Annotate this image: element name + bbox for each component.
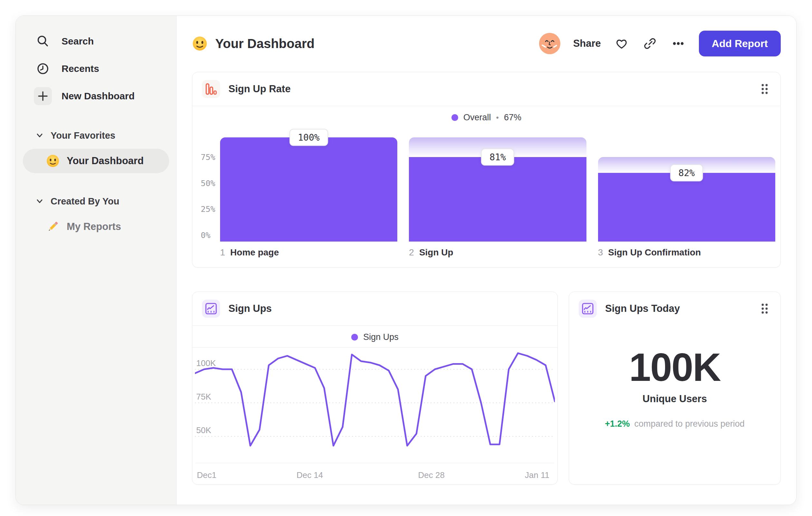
sidebar-item-my-reports[interactable]: My Reports <box>23 214 169 239</box>
funnel-converted-segment <box>598 173 775 242</box>
funnel-value-tooltip: 100% <box>289 129 328 146</box>
funnel-y-tick: 50% <box>201 179 215 188</box>
bar-chart-icon <box>202 80 220 98</box>
card-header: Sign Up Rate <box>192 72 780 106</box>
card-title: Sign Up Rate <box>228 83 750 95</box>
section-header-label: Your Favorites <box>51 130 115 141</box>
line-x-tick: Dec1 <box>197 470 216 480</box>
chevron-down-icon <box>36 197 44 205</box>
funnel-y-tick: 25% <box>201 205 215 214</box>
legend-dot <box>351 334 358 341</box>
favorites-section-header[interactable]: Your Favorites <box>16 127 176 143</box>
metric-body: 100K Unique Users +1.2% compared to prev… <box>569 325 780 484</box>
page-title: Your Dashboard <box>192 36 315 51</box>
card-title: Sign Ups <box>228 303 548 315</box>
delta-value: +1.2% <box>605 419 630 429</box>
sign-ups-card: Sign Ups Sign Ups 100K75K50K Dec1Dec 14D… <box>192 292 558 485</box>
card-header: Sign Ups Today <box>569 292 780 325</box>
drag-handle-icon[interactable] <box>758 81 771 97</box>
clock-icon <box>34 60 52 78</box>
search-icon <box>34 32 52 50</box>
legend-label: Sign Ups <box>363 332 399 342</box>
funnel-y-tick: 75% <box>201 153 215 162</box>
user-avatar[interactable] <box>539 33 560 54</box>
legend-dot <box>452 114 458 121</box>
funnel-step-label: 3Sign Up Confirmation <box>598 247 775 258</box>
plus-icon <box>34 87 52 105</box>
sidebar-item-label: My Reports <box>67 221 121 233</box>
card-title: Sign Ups Today <box>605 303 750 315</box>
funnel-bar-step-3[interactable]: 82% <box>598 137 775 242</box>
sign-ups-today-card: Sign Ups Today 100K Unique Users +1.2% c… <box>569 292 781 485</box>
sidebar-item-label: Recents <box>62 63 99 74</box>
funnel-legend[interactable]: Overall • 67% <box>192 106 780 128</box>
funnel-converted-segment <box>409 157 586 242</box>
pencil-emoji-icon <box>46 220 60 234</box>
funnel-bars: 100%81%82% <box>220 137 775 242</box>
sidebar-item-label: Search <box>62 36 94 47</box>
funnel-value-tooltip: 82% <box>670 164 703 181</box>
funnel-converted-segment <box>220 137 397 242</box>
funnel-chart: 75%50%25%0% 100%81%82% <box>198 137 775 242</box>
line-x-tick: Dec 28 <box>418 470 444 480</box>
funnel-step-label: 1Home page <box>220 247 397 258</box>
page-header: Your Dashboard Share <box>192 31 781 56</box>
line-x-tick: Jan 11 <box>525 470 549 480</box>
metric-delta: +1.2% compared to previous period <box>605 419 745 429</box>
sidebar-item-label: New Dashboard <box>62 91 135 102</box>
delta-text: compared to previous period <box>634 419 745 429</box>
funnel-x-axis: 1Home page2Sign Up3Sign Up Confirmation <box>220 247 775 267</box>
line-chart-icon <box>202 300 220 318</box>
copy-link-icon[interactable] <box>642 36 658 51</box>
drag-handle-icon[interactable] <box>758 301 771 316</box>
funnel-bar-step-2[interactable]: 81% <box>409 137 586 242</box>
legend-label: Overall <box>463 113 491 123</box>
app-window: Search Recents New Dashboard Your Favori… <box>16 16 796 505</box>
line-x-axis: Dec1Dec 14Dec 28Jan 11 <box>197 466 553 484</box>
legend-value: 67% <box>504 113 521 123</box>
sidebar-item-search[interactable]: Search <box>21 30 171 53</box>
sidebar-item-label: Your Dashboard <box>67 155 144 167</box>
header-actions: Share Add Report <box>539 31 781 56</box>
sign-up-rate-card: Sign Up Rate Overall • 67% 75%50%25%0% 1… <box>192 72 781 268</box>
sidebar-item-recents[interactable]: Recents <box>21 57 171 80</box>
more-options-icon[interactable] <box>671 36 686 51</box>
bottom-row: Sign Ups Sign Ups 100K75K50K Dec1Dec 14D… <box>192 292 781 485</box>
card-header: Sign Ups <box>192 292 557 325</box>
chevron-down-icon <box>36 132 44 139</box>
metric-value: 100K <box>629 347 721 388</box>
funnel-value-tooltip: 81% <box>481 149 514 166</box>
sidebar: Search Recents New Dashboard Your Favori… <box>16 16 177 505</box>
sidebar-item-your-dashboard[interactable]: Your Dashboard <box>23 149 169 173</box>
sidebar-section-created-by-you: Created By You My Reports <box>16 193 176 239</box>
created-by-you-section-header[interactable]: Created By You <box>16 193 176 209</box>
metric-label: Unique Users <box>642 393 707 405</box>
funnel-step-label: 2Sign Up <box>409 247 586 258</box>
smiley-emoji-icon <box>46 154 60 168</box>
signups-line-chart <box>195 348 555 459</box>
x-axis-line <box>196 463 554 463</box>
line-x-tick: Dec 14 <box>296 470 323 480</box>
funnel-y-tick: 0% <box>201 230 210 240</box>
add-report-button[interactable]: Add Report <box>699 31 781 56</box>
page-title-text: Your Dashboard <box>215 36 315 51</box>
sidebar-item-new-dashboard[interactable]: New Dashboard <box>21 85 171 107</box>
legend-separator: • <box>496 113 499 122</box>
line-chart-icon <box>579 300 597 318</box>
line-chart: 100K75K50K <box>195 348 555 459</box>
main-content: Your Dashboard Share <box>177 16 796 505</box>
funnel-bar-step-1[interactable]: 100% <box>220 137 397 242</box>
smiley-emoji-icon <box>192 36 207 51</box>
sidebar-section-favorites: Your Favorites Your Dashboard <box>16 127 176 173</box>
section-header-label: Created By You <box>51 196 119 207</box>
line-legend[interactable]: Sign Ups <box>192 325 557 348</box>
favorite-heart-icon[interactable] <box>614 36 629 51</box>
share-button[interactable]: Share <box>573 38 601 49</box>
